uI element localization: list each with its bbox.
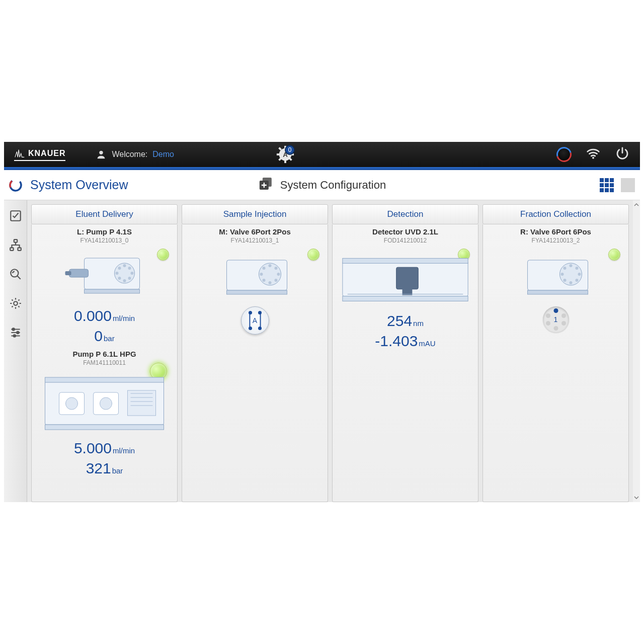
pump-small-illustration: [35, 248, 174, 303]
device-title: Pump P 6.1L HPG: [35, 350, 174, 358]
signal-unit: mAU: [419, 339, 435, 348]
sidebar-checkbox-icon[interactable]: [8, 208, 23, 223]
list-view-icon[interactable]: [621, 178, 635, 192]
device-title: R: Valve 6Port 6Pos: [486, 227, 625, 236]
sidebar-settings-icon[interactable]: [8, 296, 23, 311]
svg-point-35: [128, 277, 131, 280]
device-valve-2pos[interactable]: M: Valve 6Port 2Pos FYA141210013_1: [185, 227, 325, 335]
svg-rect-17: [14, 239, 17, 242]
device-serial: FYA141210013_0: [35, 237, 174, 244]
wavelength-value: 254: [387, 312, 412, 329]
svg-point-34: [118, 277, 121, 280]
svg-point-56: [277, 273, 280, 276]
alerts-gear[interactable]: A 0: [275, 144, 296, 165]
svg-rect-36: [69, 269, 89, 277]
device-title: L: Pump P 4.1S: [35, 227, 174, 236]
svg-point-76: [564, 279, 567, 282]
svg-point-32: [118, 267, 121, 270]
svg-point-73: [578, 273, 581, 276]
signal-value: -1.403: [375, 333, 418, 349]
svg-point-29: [123, 279, 126, 282]
welcome-user: Demo: [152, 150, 174, 159]
svg-rect-19: [18, 248, 21, 250]
svg-point-0: [100, 151, 103, 154]
welcome-block: Welcome: Demo: [96, 149, 174, 160]
svg-point-74: [564, 267, 567, 270]
svg-point-54: [269, 281, 272, 284]
column-header-injection[interactable]: Sample Injection: [182, 204, 328, 224]
sidebar-search-icon[interactable]: [8, 267, 23, 282]
valve-position-indicator: A: [241, 306, 269, 335]
column-header-detection[interactable]: Detection: [332, 204, 478, 224]
brand-logo: KNAUER: [14, 148, 65, 161]
svg-point-24: [13, 335, 15, 337]
pressure-value: 0: [94, 328, 103, 344]
device-title: M: Valve 6Port 2Pos: [185, 227, 325, 236]
add-panel-icon: [258, 176, 273, 194]
device-detector[interactable]: Detector UVD 2.1L FOD141210012: [336, 227, 475, 350]
pressure-value: 321: [86, 460, 111, 476]
page-title: System Overview: [30, 178, 128, 192]
svg-rect-45: [128, 390, 156, 416]
page-header: System Overview System Configuration: [4, 170, 640, 200]
pressure-unit: bar: [104, 334, 115, 343]
svg-point-28: [123, 264, 126, 267]
device-pump-4-1s[interactable]: L: Pump P 4.1S FYA141210013_0: [35, 227, 174, 345]
detector-illustration: [336, 248, 475, 308]
svg-point-77: [576, 279, 579, 282]
svg-rect-40: [45, 425, 164, 430]
flow-unit: ml/min: [113, 446, 135, 455]
brand-text: KNAUER: [28, 149, 65, 158]
svg-rect-62: [343, 258, 468, 263]
power-icon[interactable]: [615, 146, 630, 163]
user-icon: [96, 149, 107, 160]
flow-value: 0.000: [74, 307, 112, 324]
valve-position-label: 1: [554, 315, 558, 324]
sidebar-sliders-icon[interactable]: [8, 325, 23, 340]
svg-point-11: [592, 157, 594, 159]
svg-point-60: [275, 279, 278, 282]
svg-point-22: [12, 328, 14, 330]
svg-rect-64: [396, 267, 419, 289]
sidebar-network-icon[interactable]: [8, 237, 23, 253]
svg-rect-18: [10, 248, 14, 250]
svg-point-55: [260, 273, 263, 276]
overview-ring-icon[interactable]: [4, 178, 27, 193]
system-configuration-button[interactable]: System Configuration: [258, 176, 386, 194]
svg-rect-63: [343, 296, 468, 301]
svg-point-30: [116, 272, 119, 275]
status-ring-icon[interactable]: [554, 144, 575, 165]
svg-point-23: [17, 332, 19, 334]
svg-rect-51: [227, 290, 287, 294]
pump-large-illustration: [35, 370, 174, 436]
svg-point-75: [576, 267, 579, 270]
brand-chromatogram-icon: [14, 148, 25, 159]
vertical-scrollbar[interactable]: [633, 200, 640, 502]
svg-point-70: [570, 264, 573, 267]
svg-point-33: [128, 267, 131, 270]
scroll-down-icon[interactable]: [634, 495, 639, 500]
column-header-eluent[interactable]: Eluent Delivery: [31, 204, 178, 224]
svg-rect-4: [277, 153, 280, 155]
svg-point-57: [263, 267, 266, 270]
wifi-icon[interactable]: [586, 146, 601, 163]
svg-point-21: [14, 301, 18, 305]
device-serial: FOD141210012: [336, 237, 475, 244]
wavelength-unit: nm: [413, 319, 424, 328]
column-header-fraction[interactable]: Fraction Collection: [482, 204, 629, 224]
sidebar: [4, 200, 27, 502]
svg-rect-39: [45, 377, 164, 382]
top-bar: KNAUER Welcome: Demo A 0: [4, 142, 640, 167]
scroll-up-icon[interactable]: [634, 202, 639, 207]
device-pump-6-1l[interactable]: Pump P 6.1L HPG FAM141110011: [35, 350, 174, 477]
grid-view-icon[interactable]: [600, 178, 614, 192]
svg-rect-37: [65, 271, 71, 275]
svg-point-44: [100, 397, 112, 410]
welcome-label: Welcome:: [112, 150, 147, 159]
pressure-unit: bar: [112, 466, 123, 475]
device-valve-6pos[interactable]: R: Valve 6Port 6Pos FYA141210013_2: [486, 227, 625, 333]
device-title: Detector UVD 2.1L: [336, 227, 475, 236]
svg-point-20: [11, 269, 18, 277]
svg-point-58: [275, 267, 278, 270]
config-label: System Configuration: [280, 179, 386, 192]
